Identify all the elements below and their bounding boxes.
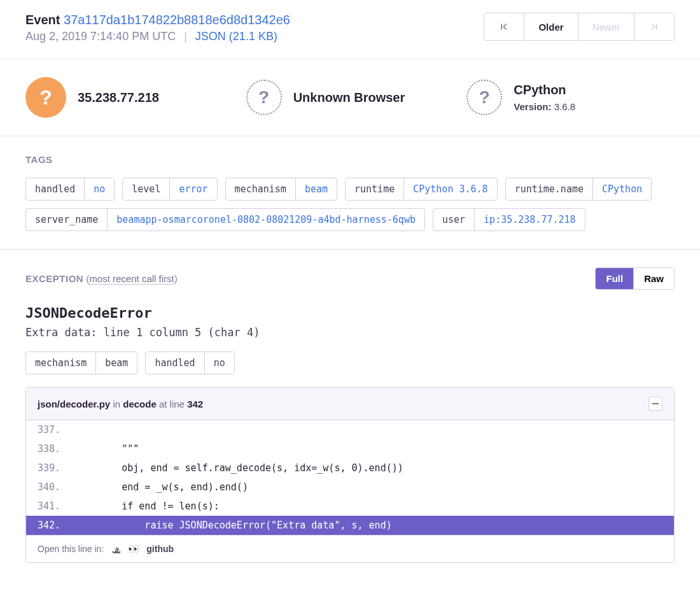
tag-mechanism[interactable]: mechanismbeam: [25, 351, 137, 374]
toggle-full-button[interactable]: Full: [596, 268, 634, 289]
question-icon: ?: [466, 80, 502, 115]
code-line: 338. """: [26, 439, 674, 458]
event-header: Event 37a117da1b174822b8818e6d8d1342e6 A…: [0, 0, 700, 59]
tag-key: level: [123, 178, 170, 200]
context-browser-name: Unknown Browser: [293, 90, 405, 105]
code-line: 340. end = _w(s, end).end(): [26, 478, 674, 497]
line-code: obj, end = self.raw_decode(s, idx=_w(s, …: [76, 462, 403, 474]
tag-key: runtime: [346, 178, 404, 200]
line-code: end = _w(s, end).end(): [76, 481, 248, 493]
tag-key: runtime.name: [506, 178, 593, 200]
frame-path: json/decoder.py: [38, 399, 110, 409]
stackoverflow-icon[interactable]: [111, 544, 122, 554]
toggle-raw-button[interactable]: Raw: [634, 268, 674, 289]
tag-key: user: [433, 209, 475, 231]
frame-header[interactable]: json/decoder.py in decode at line 342: [26, 388, 674, 420]
tag-runtime.name[interactable]: runtime.nameCPython: [505, 178, 652, 201]
question-icon: ?: [25, 77, 66, 118]
tag-mechanism[interactable]: mechanismbeam: [225, 178, 337, 201]
code-line: 342. raise JSONDecodeError("Extra data",…: [26, 516, 674, 535]
nav-older-button[interactable]: Older: [524, 13, 578, 40]
line-number: 342.: [38, 520, 76, 531]
line-number: 341.: [38, 500, 76, 512]
svg-rect-2: [652, 403, 659, 404]
tag-value: beamapp-osmarcoronel-0802-08021209-a4bd-…: [108, 209, 424, 231]
version-label: Version:: [514, 101, 551, 112]
frame-at: at line: [159, 399, 185, 409]
exception-heading: EXCEPTION: [25, 273, 83, 284]
line-code: raise JSONDecodeError("Extra data", s, e…: [76, 520, 392, 531]
frame-function: decode: [123, 399, 157, 409]
tag-handled[interactable]: handledno: [145, 351, 234, 374]
collapse-button[interactable]: [648, 397, 662, 411]
stacktrace-toggle: Full Raw: [595, 267, 675, 290]
code-line: 337.: [26, 420, 674, 439]
tag-key: handled: [26, 178, 85, 200]
tag-key: handled: [146, 352, 204, 374]
line-code: """: [76, 443, 139, 455]
tag-user[interactable]: userip:35.238.77.218: [433, 208, 585, 231]
tags-section: TAGS handlednolevelerrormechanismbeamrun…: [0, 136, 700, 250]
event-id-link[interactable]: 37a117da1b174822b8818e6d8d1342e6: [64, 13, 290, 27]
code-line: 341. if end != len(s):: [26, 497, 674, 516]
tag-value: no: [205, 352, 234, 374]
skip-forward-icon: [648, 21, 660, 32]
event-timestamp: Aug 2, 2019 7:14:40 PM UTC: [25, 30, 176, 43]
exception-hint[interactable]: most recent call first: [89, 273, 174, 285]
tag-key: mechanism: [26, 352, 96, 374]
line-number: 340.: [38, 481, 76, 493]
nav-newest-button: [634, 13, 674, 40]
tag-value: CPython: [593, 178, 651, 200]
open-line-label: Open this line in:: [38, 544, 104, 554]
nav-oldest-button[interactable]: [484, 13, 524, 40]
event-title-block: Event 37a117da1b174822b8818e6d8d1342e6 A…: [25, 13, 290, 43]
stack-frame: json/decoder.py in decode at line 342 33…: [25, 387, 675, 563]
exception-message: Extra data: line 1 column 5 (char 4): [25, 326, 675, 339]
tag-value: ip:35.238.77.218: [475, 209, 585, 231]
nav-newer-button: Newer: [578, 13, 634, 40]
line-number: 337.: [38, 424, 76, 436]
exception-tags: mechanismbeamhandledno: [25, 351, 675, 374]
eyes-icon[interactable]: 👀: [128, 543, 140, 555]
tag-value: CPython 3.6.8: [404, 178, 496, 200]
context-ip: 35.238.77.218: [78, 90, 159, 105]
tag-key: mechanism: [226, 178, 296, 200]
line-number: 339.: [38, 462, 76, 474]
line-code: if end != len(s):: [76, 500, 220, 512]
tag-key: server_name: [26, 209, 108, 231]
tag-handled[interactable]: handledno: [25, 178, 115, 201]
question-icon: ?: [246, 80, 282, 115]
exception-name: JSONDecodeError: [25, 305, 675, 321]
code-line: 339. obj, end = self.raw_decode(s, idx=_…: [26, 458, 674, 478]
minus-icon: [652, 403, 659, 404]
context-user: ? 35.238.77.218: [25, 77, 234, 118]
context-browser: ? Unknown Browser: [246, 77, 454, 118]
context-runtime-name: CPython: [514, 83, 575, 97]
frame-line: 342: [187, 399, 203, 409]
code-block: 337.338. """339. obj, end = self.raw_dec…: [26, 420, 674, 535]
tags-list: handlednolevelerrormechanismbeamruntimeC…: [25, 178, 675, 231]
github-link[interactable]: github: [146, 544, 174, 554]
tag-runtime[interactable]: runtimeCPython 3.6.8: [345, 178, 498, 201]
tags-heading: TAGS: [25, 154, 675, 165]
event-label: Event: [25, 13, 60, 27]
separator: |: [184, 30, 187, 43]
version-value: 3.6.8: [554, 101, 575, 112]
context-row: ? 35.238.77.218 ? Unknown Browser ? CPyt…: [0, 59, 700, 136]
event-nav: Older Newer: [484, 13, 675, 41]
tag-value: beam: [96, 352, 137, 374]
tag-value: error: [170, 178, 216, 200]
frame-footer: Open this line in: 👀 github: [26, 535, 674, 562]
exception-section: EXCEPTION (most recent call first) Full …: [0, 250, 700, 581]
tag-server_name[interactable]: server_namebeamapp-osmarcoronel-0802-080…: [25, 208, 425, 231]
frame-in: in: [113, 399, 120, 409]
tag-value: beam: [296, 178, 337, 200]
tag-level[interactable]: levelerror: [122, 178, 217, 201]
context-runtime: ? CPython Version: 3.6.8: [466, 77, 675, 118]
skip-back-icon: [498, 21, 510, 32]
tag-value: no: [85, 178, 114, 200]
line-number: 338.: [38, 443, 76, 455]
json-download-link[interactable]: JSON (21.1 KB): [195, 30, 277, 43]
